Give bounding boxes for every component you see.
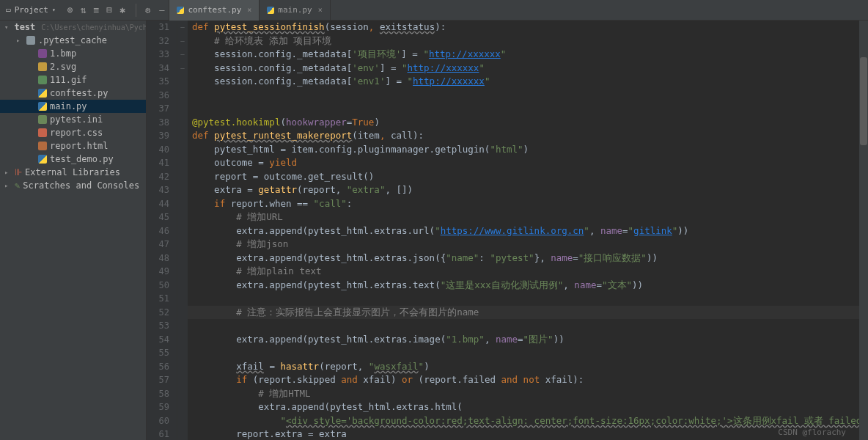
file-icon bbox=[38, 76, 47, 84]
file-name: pytest.ini bbox=[50, 114, 103, 125]
external-libraries[interactable]: ▸ ⊪ External Libraries bbox=[0, 166, 146, 179]
file-icon bbox=[38, 115, 47, 124]
file-icon bbox=[38, 142, 47, 150]
chevron-icon[interactable]: ▾ bbox=[4, 23, 8, 31]
tool-icon[interactable]: ⊕ bbox=[67, 4, 73, 15]
chevron-icon[interactable]: ▸ bbox=[4, 182, 12, 189]
file-icon bbox=[38, 49, 47, 58]
watermark: CSDN @florachy bbox=[778, 428, 846, 437]
python-icon bbox=[267, 7, 274, 14]
tree-item-pytest.ini[interactable]: pytest.ini bbox=[0, 113, 146, 126]
file-name: main.py bbox=[50, 101, 87, 111]
tool-icon[interactable]: ⇅ bbox=[81, 4, 87, 15]
close-icon[interactable]: × bbox=[318, 6, 323, 14]
tree-item-test_demo.py[interactable]: test_demo.py bbox=[0, 153, 146, 166]
hide-icon[interactable]: — bbox=[155, 5, 169, 15]
file-name: report.css bbox=[50, 128, 103, 138]
file-name: 2.svg bbox=[50, 62, 76, 72]
scratch-icon: ✎ bbox=[15, 180, 20, 191]
file-icon bbox=[38, 128, 47, 137]
tree-item-.pytest_cache[interactable]: ▸.pytest_cache bbox=[0, 34, 146, 47]
root-name: test bbox=[14, 22, 35, 32]
chevron-icon[interactable]: ▸ bbox=[16, 37, 23, 44]
folder-icon: ▭ bbox=[6, 5, 11, 15]
tab-conftest.py[interactable]: conftest.py× bbox=[169, 0, 260, 21]
file-name: 1.bmp bbox=[50, 48, 76, 59]
close-icon[interactable]: × bbox=[247, 6, 251, 14]
tab-label: main.py bbox=[278, 5, 312, 15]
file-name: .pytest_cache bbox=[38, 35, 107, 45]
root-path: C:\Users\chenyinhua\Pycharm bbox=[41, 23, 147, 32]
editor-tabs: conftest.py×main.py× bbox=[169, 0, 330, 21]
file-name: 111.gif bbox=[50, 75, 87, 85]
code-editor[interactable]: 31 32 33 34 35 36 37 38 39 40 41 42 43 4… bbox=[147, 21, 868, 440]
lib-icon: ⊪ bbox=[15, 167, 22, 177]
project-label: Project bbox=[15, 5, 48, 15]
tool-icon[interactable]: ⊟ bbox=[106, 4, 112, 15]
project-selector[interactable]: ▭ Project ▾ bbox=[0, 5, 62, 15]
chevron-down-icon: ▾ bbox=[52, 7, 56, 13]
tab-label: conftest.py bbox=[188, 5, 241, 15]
tool-icon[interactable]: ≡ bbox=[93, 4, 99, 15]
project-tree[interactable]: ▾ test C:\Users\chenyinhua\Pycharm ▸.pyt… bbox=[0, 21, 147, 440]
scratches[interactable]: ▸ ✎ Scratches and Consoles bbox=[0, 179, 146, 192]
tree-item-111.gif[interactable]: 111.gif bbox=[0, 73, 146, 87]
file-name: report.html bbox=[50, 141, 108, 151]
toolbar: ▭ Project ▾ ⊕⇅≡⊟✱ ⚙ — conftest.py×main.p… bbox=[0, 0, 868, 21]
label: Scratches and Consoles bbox=[23, 180, 139, 191]
file-icon bbox=[38, 102, 47, 111]
tree-item-2.svg[interactable]: 2.svg bbox=[0, 60, 146, 73]
file-icon bbox=[38, 62, 47, 71]
divider bbox=[136, 4, 136, 17]
label: External Libraries bbox=[25, 167, 120, 177]
project-tools: ⊕⇅≡⊟✱ bbox=[62, 4, 131, 15]
python-icon bbox=[177, 7, 184, 14]
file-name: conftest.py bbox=[50, 88, 108, 98]
scrollbar-thumb[interactable] bbox=[860, 57, 867, 145]
file-icon bbox=[38, 155, 47, 164]
tree-item-1.bmp[interactable]: 1.bmp bbox=[0, 47, 146, 60]
tool-icon[interactable]: ✱ bbox=[119, 4, 125, 15]
file-name: test_demo.py bbox=[50, 154, 114, 164]
file-icon bbox=[38, 89, 47, 98]
fold-gutter[interactable]: — — — — bbox=[177, 21, 188, 440]
tree-root[interactable]: ▾ test C:\Users\chenyinhua\Pycharm bbox=[0, 21, 146, 34]
tree-item-report.css[interactable]: report.css bbox=[0, 126, 146, 139]
main-area: ▾ test C:\Users\chenyinhua\Pycharm ▸.pyt… bbox=[0, 21, 868, 440]
tree-item-report.html[interactable]: report.html bbox=[0, 139, 146, 153]
line-gutter: 31 32 33 34 35 36 37 38 39 40 41 42 43 4… bbox=[147, 21, 177, 440]
scrollbar[interactable] bbox=[859, 21, 868, 440]
gear-icon[interactable]: ⚙ bbox=[141, 5, 155, 15]
file-icon bbox=[26, 36, 35, 45]
tab-main.py[interactable]: main.py× bbox=[260, 0, 330, 21]
tree-item-main.py[interactable]: main.py bbox=[0, 100, 146, 113]
code-area[interactable]: def pytest_sessionfinish(session, exitst… bbox=[188, 21, 868, 440]
chevron-icon[interactable]: ▸ bbox=[4, 169, 12, 176]
tree-item-conftest.py[interactable]: conftest.py bbox=[0, 87, 146, 100]
